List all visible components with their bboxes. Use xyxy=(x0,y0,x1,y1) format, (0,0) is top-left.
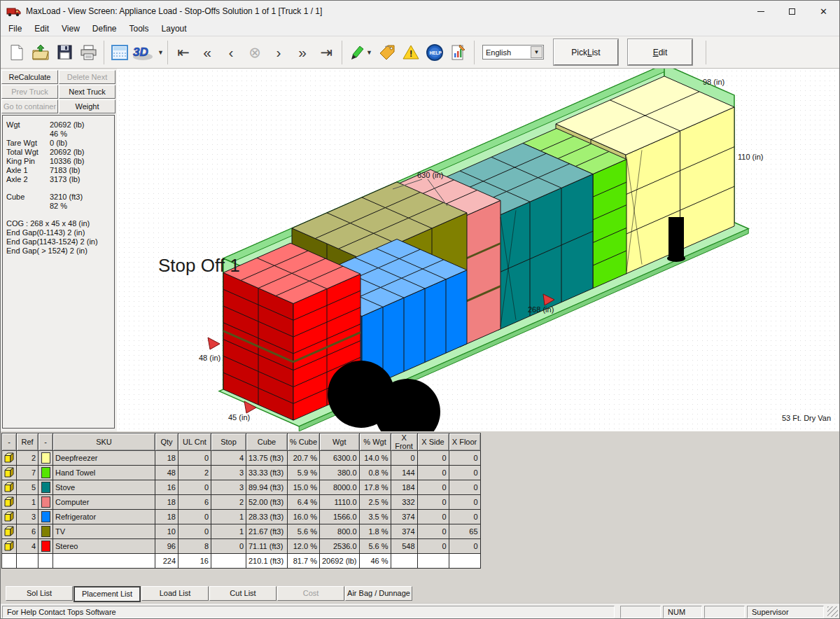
placement-row-stereo[interactable]: 4Stereo968071.11 (ft3)12.0 %2536.05.6 %5… xyxy=(2,539,481,554)
placement-row-deepfreezer[interactable]: 2Deepfreezer180413.75 (ft3)20.7 %6300.01… xyxy=(2,451,481,466)
cell: 5.6 % xyxy=(288,524,320,539)
column-header-x-front[interactable]: X Front xyxy=(391,433,417,451)
highlighter-button[interactable]: ▼ xyxy=(346,40,375,65)
color-swatch xyxy=(41,482,50,493)
previous-group-button[interactable]: « xyxy=(195,40,219,65)
cell: 15.0 % xyxy=(288,480,320,495)
cancel-icon: ⊗ xyxy=(248,45,261,60)
help-button[interactable]: HELP xyxy=(423,40,447,65)
menu-bar: FileEditViewDefineToolsLayout xyxy=(1,22,839,36)
total-cell: 210.1 (ft3) xyxy=(246,554,288,569)
placement-row-computer[interactable]: 1Computer186252.00 (ft3)6.4 %1110.02.5 %… xyxy=(2,495,481,510)
load-3d-view[interactable] xyxy=(117,69,840,431)
column-header-[interactable]: - xyxy=(38,433,53,451)
first-button[interactable]: ⇤ xyxy=(172,40,195,65)
next-button[interactable]: › xyxy=(267,40,290,65)
tab-air-bag-dunnage[interactable]: Air Bag / Dunnage xyxy=(345,586,412,601)
column-header-wgt[interactable]: Wgt xyxy=(320,433,360,451)
cell: 144 xyxy=(391,466,417,480)
placement-row-tv[interactable]: 6TV100121.67 (ft3)5.6 %800.01.8 %374065 xyxy=(2,524,481,539)
cell: 548 xyxy=(391,539,417,554)
column-header-qty[interactable]: Qty xyxy=(155,433,178,451)
edit-button[interactable]: Edit xyxy=(628,39,692,65)
tab-sol-list[interactable]: Sol List xyxy=(6,586,73,601)
previous-button[interactable]: ‹ xyxy=(219,40,243,65)
cell: 380.0 xyxy=(320,466,360,480)
color-swatch xyxy=(41,541,50,552)
placement-row-stove[interactable]: 5Stove160389.94 (ft3)15.0 %8000.017.8 %1… xyxy=(2,480,481,495)
cell: 3 xyxy=(211,466,246,480)
recalculate-button[interactable]: ReCalculate xyxy=(1,70,58,84)
cell: 0 xyxy=(417,510,449,524)
save-icon xyxy=(57,44,73,60)
new-document-button[interactable] xyxy=(5,40,29,65)
column-header-sku[interactable]: SKU xyxy=(53,433,155,451)
cell: 1 xyxy=(211,524,246,539)
last-icon: ⇥ xyxy=(320,45,332,60)
cell: 3 xyxy=(211,480,246,495)
next-group-button[interactable]: » xyxy=(290,40,314,65)
cell: 12.0 % xyxy=(288,539,320,554)
load-3d-viewport[interactable]: Stop Off 1 98 (in) 110 (in) 630 (in) 268… xyxy=(117,69,840,431)
toolbar-separator xyxy=(474,41,475,64)
report-button[interactable] xyxy=(447,40,470,65)
print-button[interactable] xyxy=(76,40,100,65)
close-button[interactable]: ✕ xyxy=(808,1,839,22)
column-header-x-side[interactable]: X Side xyxy=(417,433,449,451)
language-select[interactable]: English ▼ xyxy=(482,45,544,60)
cell: Stereo xyxy=(53,539,155,554)
column-header-cube[interactable]: Cube xyxy=(246,433,288,451)
save-button[interactable] xyxy=(52,40,76,65)
menu-define[interactable]: Define xyxy=(86,22,123,36)
column-header-[interactable]: - xyxy=(2,433,17,451)
stat-line: Cube3210 (ft3) xyxy=(6,193,111,202)
column-header-ref[interactable]: Ref xyxy=(17,433,38,451)
color-swatch xyxy=(41,452,50,464)
menu-file[interactable]: File xyxy=(2,22,28,36)
open-folder-icon xyxy=(31,44,50,61)
total-cell xyxy=(417,554,449,569)
placement-row-hand-towel[interactable]: 7Hand Towel482333.33 (ft3)5.9 %380.00.8 … xyxy=(2,466,481,480)
stat-line xyxy=(6,184,111,193)
last-button[interactable]: ⇥ xyxy=(314,40,338,65)
cell: 0.8 % xyxy=(359,466,391,480)
column-header-x-floor[interactable]: X Floor xyxy=(449,433,480,451)
column-header-stop[interactable]: Stop xyxy=(211,433,246,451)
truck-icon xyxy=(6,6,22,18)
tab-cut-list[interactable]: Cut List xyxy=(209,586,276,601)
cell: 5.6 % xyxy=(359,539,391,554)
menu-edit[interactable]: Edit xyxy=(28,22,55,36)
menu-view[interactable]: View xyxy=(55,22,86,36)
toolbar-separator xyxy=(167,41,168,64)
view-options-button[interactable] xyxy=(108,40,132,65)
resize-grip-icon[interactable] xyxy=(827,606,838,617)
cell: 33.33 (ft3) xyxy=(246,466,288,480)
cell: 1 xyxy=(17,495,38,510)
minimize-button[interactable] xyxy=(745,1,776,22)
menu-layout[interactable]: Layout xyxy=(155,22,193,36)
picklist-button[interactable]: PickList xyxy=(554,39,618,65)
tab-load-list[interactable]: Load List xyxy=(141,586,209,601)
next-truck-button[interactable]: Next Truck xyxy=(59,85,115,99)
cell: 0 xyxy=(449,480,480,495)
maximize-button[interactable] xyxy=(776,1,808,22)
3d-view-button[interactable]: 3D ▼ xyxy=(132,40,164,65)
placement-row-refrigerator[interactable]: 3Refrigerator180128.33 (ft3)16.0 %1566.0… xyxy=(2,510,481,524)
stat-line: End Gap(1143-1524) 2 (in) xyxy=(6,237,111,246)
open-button[interactable] xyxy=(29,40,52,65)
warning-button[interactable]: ! xyxy=(399,40,423,65)
cell: 0 xyxy=(449,451,480,466)
column-header-ul-cnt[interactable]: UL Cnt xyxy=(178,433,211,451)
swatch-cell xyxy=(38,480,53,495)
cell: 28.33 (ft3) xyxy=(246,510,288,524)
menu-tools[interactable]: Tools xyxy=(123,22,155,36)
stat-line: 46 % xyxy=(6,130,111,139)
column-header-wgt[interactable]: % Wgt xyxy=(359,433,391,451)
dim-length-label: 630 (in) xyxy=(417,171,443,179)
tag-button[interactable] xyxy=(375,40,399,65)
swatch-cell xyxy=(38,495,53,510)
column-header-cube[interactable]: % Cube xyxy=(288,433,320,451)
weight-button[interactable]: Weight xyxy=(59,99,115,113)
cell: 7 xyxy=(17,466,38,480)
tab-placement-list[interactable]: Placement List xyxy=(74,586,141,602)
